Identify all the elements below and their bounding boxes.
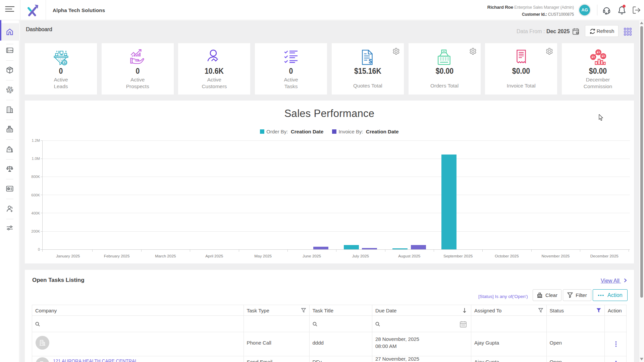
svg-text:D: D (9, 168, 11, 170)
svg-text:$: $ (9, 88, 11, 92)
svg-text:$: $ (597, 50, 599, 54)
svg-text:$: $ (63, 61, 65, 64)
svg-text:$: $ (602, 54, 604, 58)
svg-text:$: $ (592, 55, 594, 59)
svg-text:CRM: CRM (8, 49, 13, 52)
svg-text:$: $ (369, 58, 372, 65)
